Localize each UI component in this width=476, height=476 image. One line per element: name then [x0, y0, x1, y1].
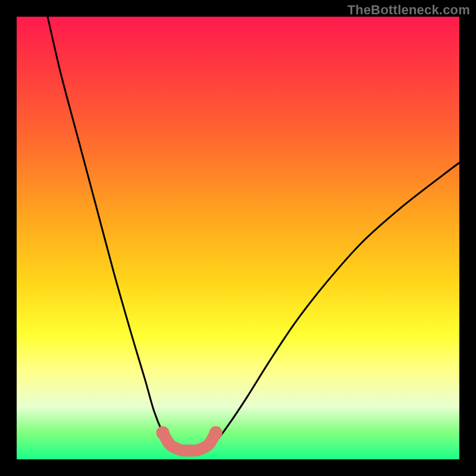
curve-right-branch	[207, 163, 459, 449]
watermark-text: TheBottleneck.com	[347, 2, 470, 18]
curve-left-branch	[48, 17, 176, 448]
chart-frame: TheBottleneck.com	[0, 0, 476, 476]
valley-marker-dots	[156, 426, 223, 439]
valley-end-dot	[156, 426, 170, 439]
valley-marker-band	[163, 433, 216, 450]
chart-svg	[17, 17, 459, 459]
valley-end-dot	[209, 426, 223, 439]
